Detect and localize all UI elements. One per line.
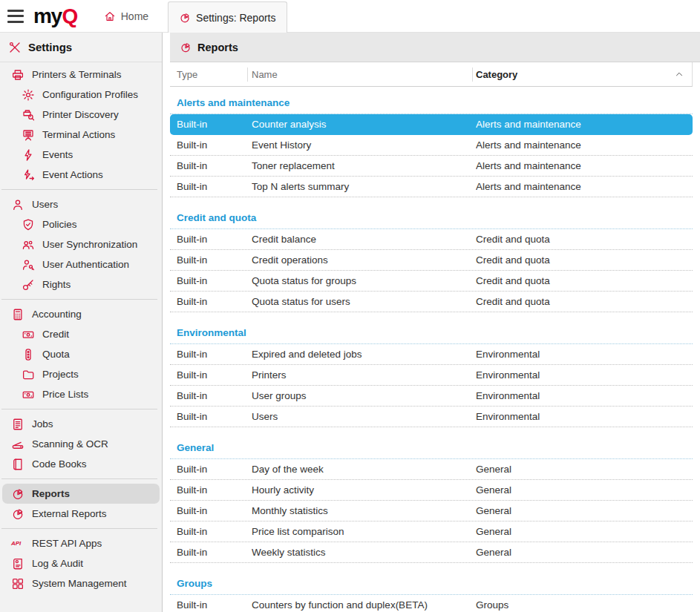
report-name-cell: Printers — [252, 369, 476, 381]
table-row[interactable]: Built-in Monthly statistics General — [170, 501, 693, 521]
logo-text-q: Q — [62, 6, 76, 27]
sidebar-item-system-management[interactable]: System Management — [2, 573, 160, 593]
report-category-cell: Alerts and maintenance — [476, 139, 693, 151]
sidebar-item-configuration-profiles[interactable]: Configuration Profiles — [2, 85, 160, 105]
tab-settings-reports[interactable]: Settings: Reports — [168, 1, 287, 33]
sidebar-item-accounting[interactable]: Accounting — [2, 304, 160, 324]
sidebar-item-scanning-ocr[interactable]: Scanning & OCR — [2, 434, 160, 454]
sidebar-item-external-reports[interactable]: External Reports — [2, 504, 160, 524]
report-name-cell: Credit balance — [252, 234, 476, 245]
sidebar-item-label: Credit — [42, 329, 69, 340]
table-row[interactable]: Built-in Counters by function and duplex… — [170, 595, 693, 612]
tab-home-label: Home — [121, 10, 148, 22]
table-row[interactable]: Built-in Quota status for groups Credit … — [170, 271, 693, 292]
pie-chart-icon — [179, 12, 191, 24]
sidebar-item-reports[interactable]: Reports — [2, 484, 160, 504]
sidebar-item-label: Policies — [42, 219, 77, 230]
sidebar-item-terminal-actions[interactable]: Terminal Actions — [2, 125, 160, 145]
report-type-cell: Built-in — [170, 139, 252, 151]
myq-logo[interactable]: myQ — [33, 6, 77, 27]
table-row[interactable]: Built-in Credit operations Credit and qu… — [170, 250, 693, 271]
sidebar-item-policies[interactable]: Policies — [2, 214, 160, 234]
table-row[interactable]: Built-in Printers Environmental — [170, 365, 693, 386]
table-row[interactable]: Built-in Price list comparison General — [170, 521, 693, 542]
column-header-name[interactable]: Name — [252, 69, 476, 80]
report-name-cell: Weekly statistics — [252, 547, 476, 558]
table-row[interactable]: Built-in Weekly statistics General — [170, 542, 693, 563]
report-type-cell: Built-in — [170, 119, 252, 130]
table-row[interactable]: Built-in Day of the week General — [170, 459, 693, 480]
sidebar-item-user-authentication[interactable]: User Authentication — [2, 254, 160, 274]
sidebar-item-users[interactable]: Users — [2, 194, 160, 214]
sidebar-item-event-actions[interactable]: Event Actions — [2, 165, 160, 185]
column-header-category[interactable]: Category — [476, 69, 692, 80]
reports-table: Alerts and maintenance Built-in Counter … — [163, 87, 693, 612]
report-type-cell: Built-in — [170, 505, 252, 516]
sidebar-item-jobs[interactable]: Jobs — [2, 414, 160, 434]
sidebar-item-printers-terminals[interactable]: Printers & Terminals — [2, 65, 160, 85]
pie-chart-icon — [11, 507, 24, 521]
table-row[interactable]: Built-in Hourly activity General — [170, 480, 693, 501]
lightning-arrow-icon — [22, 168, 35, 182]
report-category-cell: Alerts and maintenance — [476, 181, 693, 192]
folder-icon — [22, 368, 35, 381]
table-row[interactable]: Built-in Toner replacement Alerts and ma… — [170, 156, 693, 177]
sidebar-item-user-synchronization[interactable]: User Synchronization — [2, 234, 160, 254]
sidebar-item-events[interactable]: Events — [2, 145, 160, 165]
tab-settings-reports-label: Settings: Reports — [196, 12, 275, 24]
report-type-cell: Built-in — [170, 181, 252, 192]
sidebar-item-printer-discovery[interactable]: Printer Discovery — [2, 105, 160, 125]
sidebar-item-projects[interactable]: Projects — [2, 364, 160, 384]
document-icon — [11, 418, 24, 431]
table-row[interactable]: Built-in Users Environmental — [170, 407, 693, 427]
sidebar-item-quota[interactable]: Quota — [2, 344, 160, 364]
table-row[interactable]: Built-in Event History Alerts and mainte… — [170, 135, 693, 156]
settings-section-header: Settings — [0, 33, 162, 62]
sort-ascending-icon[interactable] — [674, 69, 684, 79]
report-type-cell: Built-in — [170, 484, 252, 496]
table-row[interactable]: Built-in Counter analysis Alerts and mai… — [170, 114, 693, 135]
sidebar-item-label: Log & Audit — [32, 558, 83, 569]
report-category-cell: Alerts and maintenance — [476, 119, 693, 130]
grid-icon — [11, 577, 24, 590]
report-category-cell: Environmental — [476, 411, 693, 422]
sidebar-item-price-lists[interactable]: Price Lists — [2, 384, 160, 404]
report-name-cell: Counter analysis — [252, 119, 476, 130]
tab-home[interactable]: Home — [94, 0, 159, 32]
column-header-type[interactable]: Type — [170, 69, 252, 80]
terminal-icon — [22, 128, 35, 142]
sidebar-divider — [1, 528, 157, 529]
sidebar-item-credit[interactable]: Credit — [2, 324, 160, 344]
table-row[interactable]: Built-in Top N alerts summary Alerts and… — [170, 177, 693, 197]
sidebar-group-system: API REST API Apps Log & Audit System Man… — [0, 531, 162, 596]
sidebar-item-code-books[interactable]: Code Books — [2, 454, 160, 474]
table-row[interactable]: Built-in Quota status for users Credit a… — [170, 292, 693, 312]
table-row[interactable]: Built-in User groups Environmental — [170, 386, 693, 407]
sidebar-group-jobs: Jobs Scanning & OCR Code Books — [0, 412, 162, 476]
sidebar-group-users: Users Policies User Synchronization User… — [0, 192, 162, 297]
sidebar-item-rest-api-apps[interactable]: API REST API Apps — [2, 533, 160, 553]
key-icon — [22, 278, 35, 292]
logo-text-my: my — [33, 6, 61, 27]
report-type-cell: Built-in — [170, 547, 252, 558]
report-category-cell: General — [476, 484, 693, 496]
top-bar: myQ Home Settings: Reports — [0, 0, 700, 33]
report-name-cell: Counters by function and duplex(BETA) — [252, 599, 476, 611]
sidebar-item-label: Projects — [42, 369, 79, 380]
table-row[interactable]: Built-in Expired and deleted jobs Enviro… — [170, 344, 693, 365]
hamburger-menu-icon[interactable] — [7, 10, 24, 23]
report-category-cell: Credit and quota — [476, 275, 693, 286]
book-icon — [11, 458, 24, 471]
api-icon: API — [11, 540, 24, 547]
table-row[interactable]: Built-in Credit balance Credit and quota — [170, 229, 693, 250]
report-category-cell: General — [476, 547, 693, 558]
report-group-credit-quota: Credit and quota Built-in Credit balance… — [170, 197, 693, 312]
tools-icon — [8, 41, 22, 54]
sidebar-item-label: Price Lists — [42, 389, 88, 400]
user-key-icon — [22, 258, 35, 272]
sidebar-group-accounting: Accounting Credit Quota Projects Price L… — [0, 302, 162, 407]
sidebar-item-log-audit[interactable]: Log & Audit — [2, 553, 160, 573]
sidebar-item-label: REST API Apps — [32, 538, 102, 549]
sidebar-item-rights[interactable]: Rights — [2, 274, 160, 295]
sidebar-item-label: Users — [32, 199, 58, 210]
